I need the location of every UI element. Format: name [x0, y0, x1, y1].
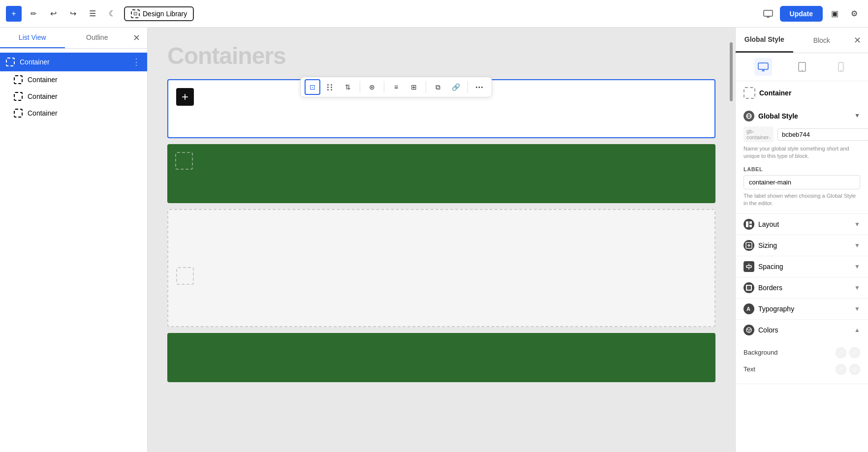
name-helper-text: Name your global style something short a…: [744, 145, 860, 160]
container-icon: [14, 109, 23, 118]
global-style-header[interactable]: Global Style ▲: [744, 111, 860, 121]
link-button[interactable]: 🔗: [448, 79, 464, 95]
plus-icon: +: [182, 90, 188, 104]
text-label: Text: [744, 365, 836, 373]
more-options-button[interactable]: •••: [472, 79, 488, 95]
sidebar-item-label: Container: [28, 92, 141, 100]
gb-id-input[interactable]: [777, 128, 868, 141]
add-button[interactable]: +: [6, 6, 22, 22]
moon-icon: ☾: [109, 9, 116, 18]
sizing-section[interactable]: Sizing ▼: [736, 235, 868, 256]
svg-point-27: [749, 329, 751, 330]
right-sidebar-close-button[interactable]: ✕: [850, 33, 864, 47]
label-input[interactable]: [744, 175, 860, 189]
block-toolbar: ⊡ ⇅ ⊛ ≡: [300, 77, 492, 97]
svg-rect-15: [749, 225, 752, 227]
background-color-clear-1[interactable]: [836, 347, 846, 358]
chevron-up-icon: ▲: [854, 113, 860, 120]
tab-outline[interactable]: Outline: [65, 28, 130, 48]
svg-text:A: A: [746, 306, 750, 312]
sidebar-tabs: List View Outline ✕: [0, 28, 147, 49]
main-area: List View Outline ✕ Container ⋮ Containe…: [0, 28, 868, 452]
plus-icon: +: [11, 9, 16, 18]
svg-rect-3: [758, 63, 768, 69]
spacing-section[interactable]: Spacing ▼: [736, 256, 868, 277]
tablet-button[interactable]: [793, 58, 811, 76]
svg-rect-14: [749, 221, 752, 224]
align-button[interactable]: ≡: [388, 79, 404, 95]
borders-section[interactable]: Borders ▼: [736, 277, 868, 299]
target-button[interactable]: ⊛: [364, 79, 380, 95]
pencil-button[interactable]: ✏: [26, 6, 41, 22]
select-block-button[interactable]: ⊡: [305, 79, 320, 95]
list-item[interactable]: Container ⋮: [0, 53, 147, 71]
tab-list-view[interactable]: List View: [0, 28, 65, 48]
list-view-button[interactable]: ☰: [85, 6, 100, 22]
list-icon: ☰: [89, 9, 96, 18]
svg-line-30: [839, 351, 843, 355]
mobile-button[interactable]: [832, 58, 850, 76]
updown-button[interactable]: ⇅: [340, 79, 356, 95]
svg-line-32: [853, 351, 857, 355]
layout-section[interactable]: Layout ▼: [736, 214, 868, 235]
container-inner-icon: [176, 267, 194, 285]
list-item[interactable]: Container: [0, 71, 147, 88]
typography-icon: A: [744, 303, 754, 314]
settings-button[interactable]: ⚙: [846, 6, 862, 22]
text-color-clear-2[interactable]: [849, 364, 860, 375]
monitor-button[interactable]: [760, 6, 776, 22]
list-item[interactable]: Container: [0, 105, 147, 121]
container-block-4[interactable]: [167, 333, 715, 382]
svg-rect-19: [746, 266, 751, 268]
sidebar-item-label: Container: [28, 109, 141, 117]
update-button[interactable]: Update: [780, 6, 823, 22]
canvas-area: Containers ⊡ ⇅ ⊛: [148, 28, 735, 452]
add-block-button[interactable]: +: [176, 88, 194, 106]
sidebar-items: Container ⋮ Container Container Containe…: [0, 49, 147, 125]
container-block-3[interactable]: [167, 209, 715, 327]
tab-block[interactable]: Block: [793, 29, 851, 52]
updown-icon: ⇅: [345, 83, 351, 91]
list-item[interactable]: Container: [0, 88, 147, 105]
top-toolbar: + ✏ ↩ ↪ ☰ ☾ ⊡ Design Library Update ▣ ⚙: [0, 0, 868, 28]
chevron-up-icon: ▲: [854, 327, 860, 333]
redo-button[interactable]: ↪: [65, 6, 81, 22]
svg-point-9: [840, 70, 841, 71]
sidebar-close-button[interactable]: ✕: [129, 31, 143, 45]
spacing-icon: [744, 261, 754, 272]
design-library-button[interactable]: ⊡ Design Library: [124, 6, 194, 21]
desktop-button[interactable]: [754, 58, 772, 76]
undo-button[interactable]: ↩: [45, 6, 61, 22]
dots-icon: [327, 84, 333, 90]
chevron-down-icon: ▼: [854, 263, 860, 270]
container-block-2[interactable]: [167, 144, 715, 203]
layout-title: Layout: [758, 220, 850, 228]
grid-button[interactable]: ⊞: [406, 79, 422, 95]
device-icons-row: [736, 53, 868, 81]
text-color-clear-1[interactable]: [836, 364, 846, 375]
label-helper-text: The label shown when choosing a Global S…: [744, 192, 860, 208]
background-color-controls: [836, 347, 860, 358]
typography-section[interactable]: A Typography ▼: [736, 299, 868, 320]
sizing-title: Sizing: [758, 241, 850, 249]
global-style-section: Global Style ▲ gb-container- 🔒 Name your…: [736, 105, 868, 214]
label-section: LABEL The label shown when choosing a Gl…: [744, 166, 860, 208]
svg-line-36: [853, 367, 857, 371]
align-icon: ≡: [394, 83, 398, 91]
copy-button[interactable]: ⧉: [430, 79, 446, 95]
container-inner-icon: [175, 152, 193, 170]
global-style-icon: [744, 111, 754, 121]
monitor-icon: [763, 10, 773, 18]
dots-button[interactable]: [322, 79, 338, 95]
colors-expanded: Background: [736, 340, 868, 384]
borders-icon: [744, 282, 754, 293]
toggle-panel-button[interactable]: ▣: [827, 6, 842, 22]
close-icon: ✕: [854, 35, 861, 46]
pencil-icon: ✏: [31, 9, 37, 18]
colors-section-header[interactable]: Colors ▲: [736, 320, 868, 340]
dark-mode-button[interactable]: ☾: [104, 6, 120, 22]
toolbar-divider: [467, 81, 468, 93]
tab-global-style[interactable]: Global Style: [736, 28, 793, 53]
background-color-clear-2[interactable]: [849, 347, 860, 358]
scrollbar[interactable]: [729, 28, 733, 452]
